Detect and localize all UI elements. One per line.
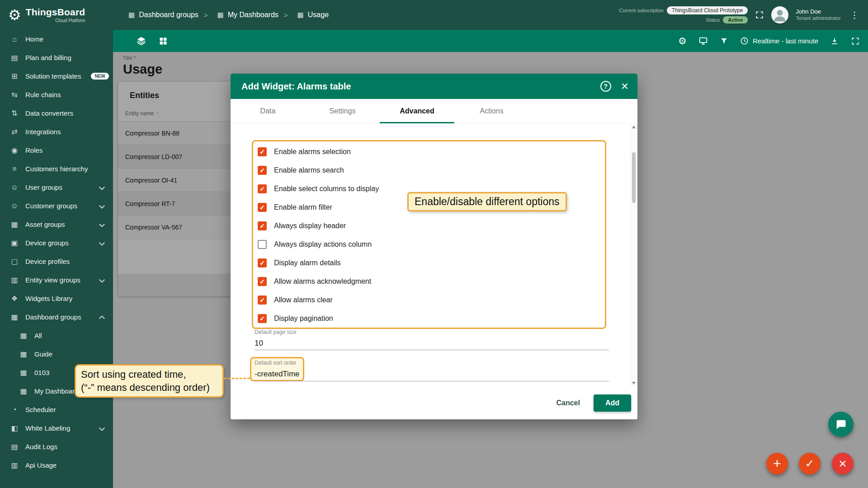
apply-changes-fab[interactable]: ✓ bbox=[799, 453, 821, 474]
sidebar-item[interactable]: ⇆ Rule chains bbox=[0, 85, 113, 104]
logo[interactable]: ⚙ ThingsBoard Cloud Platform bbox=[0, 0, 113, 30]
checkbox-icon[interactable] bbox=[258, 184, 267, 193]
sidebar-item[interactable]: ◔ Scheduler bbox=[0, 400, 113, 419]
sidebar-item[interactable]: ▦ Dashboard groups bbox=[0, 308, 113, 326]
layers-icon[interactable] bbox=[137, 36, 146, 46]
chevron-icon bbox=[99, 184, 105, 190]
sidebar-item[interactable]: ▣ Device groups bbox=[0, 234, 113, 252]
sidebar-item[interactable]: ▦ Guide bbox=[0, 345, 113, 363]
sidebar-item-label: Roles bbox=[25, 146, 42, 154]
sidebar-item[interactable]: ◉ Roles bbox=[0, 141, 113, 160]
sidebar-item[interactable]: ☺ User groups bbox=[0, 178, 113, 197]
sidebar-item[interactable]: ❖ Widgets Library bbox=[0, 289, 113, 308]
scroll-down-icon[interactable] bbox=[632, 382, 636, 385]
subscription-status: Current subscription ThingsBoard Cloud P… bbox=[619, 6, 748, 23]
subscription-pill[interactable]: ThingsBoard Cloud Prototype bbox=[667, 6, 748, 14]
checkbox-label: Display alarm details bbox=[274, 259, 341, 267]
checkbox-icon[interactable] bbox=[258, 240, 267, 249]
sidebar-item[interactable]: ▥ Entity view groups bbox=[0, 271, 113, 289]
sidebar-item[interactable]: ▦ All bbox=[0, 326, 113, 345]
close-icon[interactable]: × bbox=[621, 80, 628, 93]
avatar[interactable] bbox=[771, 6, 788, 23]
add-button[interactable]: Add bbox=[594, 394, 631, 412]
checkbox-row[interactable]: Always display actions column bbox=[256, 235, 602, 253]
checkbox-row[interactable]: Always display header bbox=[256, 216, 602, 235]
subscription-row: Current subscription ThingsBoard Cloud P… bbox=[619, 6, 748, 14]
logo-text: ThingsBoard Cloud Platform bbox=[26, 7, 85, 23]
dashboards-icon: ▦ bbox=[10, 313, 19, 321]
checkbox-icon[interactable] bbox=[258, 258, 267, 267]
decline-changes-fab[interactable]: × bbox=[832, 453, 854, 474]
scrollbar-thumb[interactable] bbox=[632, 152, 636, 203]
manage-layouts-icon[interactable] bbox=[159, 37, 168, 46]
dashboard-icon: ▦ bbox=[297, 11, 304, 19]
help-icon[interactable]: ? bbox=[600, 81, 611, 92]
dialog-tab[interactable]: Data bbox=[231, 99, 305, 123]
sidebar-item-label: White Labeling bbox=[25, 424, 70, 432]
more-menu-icon[interactable]: ⋮ bbox=[848, 9, 861, 20]
checkbox-icon[interactable] bbox=[258, 147, 267, 156]
add-widget-fab[interactable]: + bbox=[766, 453, 788, 474]
dialog-tab[interactable]: Advanced bbox=[380, 99, 454, 123]
sort-order-input[interactable]: -createdTime bbox=[255, 370, 300, 379]
sidebar-item[interactable]: ◧ White Labeling bbox=[0, 419, 113, 437]
asset-groups-icon: ▦ bbox=[10, 220, 19, 229]
sidebar-item[interactable]: ⌂ Home bbox=[0, 30, 113, 48]
breadcrumb-item[interactable]: ▦ My Dashboards bbox=[204, 11, 278, 19]
checkbox-row[interactable]: Allow alarms clear bbox=[256, 291, 602, 309]
dialog-scrollbar[interactable] bbox=[630, 124, 637, 386]
status-row: Status Active bbox=[706, 16, 748, 23]
checkbox-row[interactable]: Allow alarms acknowledgment bbox=[256, 272, 602, 291]
sidebar-item-label: Data converters bbox=[25, 109, 73, 117]
sidebar-item-label: Home bbox=[25, 35, 43, 43]
scroll-up-icon[interactable] bbox=[632, 126, 636, 128]
dialog-tab[interactable]: Actions bbox=[454, 99, 529, 123]
sidebar-item[interactable]: ⊞ Solution templates NEW bbox=[0, 67, 113, 85]
sidebar-item[interactable]: ▦ Asset groups bbox=[0, 215, 113, 234]
breadcrumb-item[interactable]: ▦ Usage bbox=[284, 11, 329, 19]
checkbox-icon[interactable] bbox=[258, 166, 267, 175]
scheduler-icon: ◔ bbox=[10, 406, 19, 414]
breadcrumb-item[interactable]: ▦ Dashboard groups bbox=[128, 11, 198, 19]
settings-gear-icon[interactable]: ⚙ bbox=[678, 36, 687, 47]
checkbox-icon[interactable] bbox=[258, 314, 267, 323]
sidebar-item[interactable]: ▤ Plan and billing bbox=[0, 48, 113, 67]
checkbox-row[interactable]: Display alarm details bbox=[256, 253, 602, 272]
display-entities-icon[interactable] bbox=[698, 36, 708, 46]
sidebar-item[interactable]: ☺ Customer groups bbox=[0, 197, 113, 215]
page-size-label: Default page size bbox=[255, 329, 297, 335]
user-name: John Doe bbox=[796, 8, 841, 15]
checkbox-icon[interactable] bbox=[258, 203, 267, 212]
sidebar-item[interactable]: ▢ Device profiles bbox=[0, 252, 113, 271]
sidebar-item[interactable]: ▤ Audit Logs bbox=[0, 437, 113, 456]
timewindow-button[interactable]: Realtime - last minute bbox=[740, 37, 818, 45]
checkbox-row[interactable]: Enable alarms search bbox=[256, 161, 602, 179]
checkbox-row[interactable]: Display pagination bbox=[256, 309, 602, 328]
fullscreen-toolbar-icon[interactable] bbox=[851, 37, 860, 46]
dialog-tab[interactable]: Settings bbox=[305, 99, 380, 123]
fullscreen-icon[interactable] bbox=[755, 10, 764, 19]
chat-widget-button[interactable] bbox=[828, 412, 854, 437]
sidebar-item-label: Device groups bbox=[25, 239, 69, 247]
checkbox-icon[interactable] bbox=[258, 221, 267, 230]
checkbox-icon[interactable] bbox=[258, 277, 267, 286]
status-badge: Active bbox=[723, 16, 748, 23]
page-size-input[interactable]: 10 bbox=[255, 339, 263, 348]
sort-order-underline bbox=[255, 381, 609, 381]
sidebar-item[interactable]: ≡ Customers hierarchy bbox=[0, 160, 113, 178]
sidebar-item-label: Dashboard groups bbox=[25, 313, 81, 321]
checkbox-row[interactable]: Enable alarms selection bbox=[256, 142, 602, 161]
sidebar-item-label: Asset groups bbox=[25, 221, 65, 228]
dialog-title: Add Widget: Alarms table bbox=[241, 81, 600, 92]
tab-label: Settings bbox=[330, 107, 356, 115]
cancel-button[interactable]: Cancel bbox=[548, 394, 588, 412]
hierarchy-icon: ≡ bbox=[10, 165, 19, 173]
sidebar-item[interactable]: ⇅ Data converters bbox=[0, 104, 113, 122]
checkbox-icon[interactable] bbox=[258, 296, 267, 305]
sidebar-item[interactable]: ▥ Api Usage bbox=[0, 456, 113, 474]
download-icon[interactable] bbox=[830, 37, 839, 46]
audit-icon: ▤ bbox=[10, 442, 19, 451]
sidebar-item[interactable]: ⇄ Integrations bbox=[0, 122, 113, 141]
filter-icon[interactable] bbox=[720, 37, 728, 45]
rule-chains-icon: ⇆ bbox=[10, 90, 19, 99]
